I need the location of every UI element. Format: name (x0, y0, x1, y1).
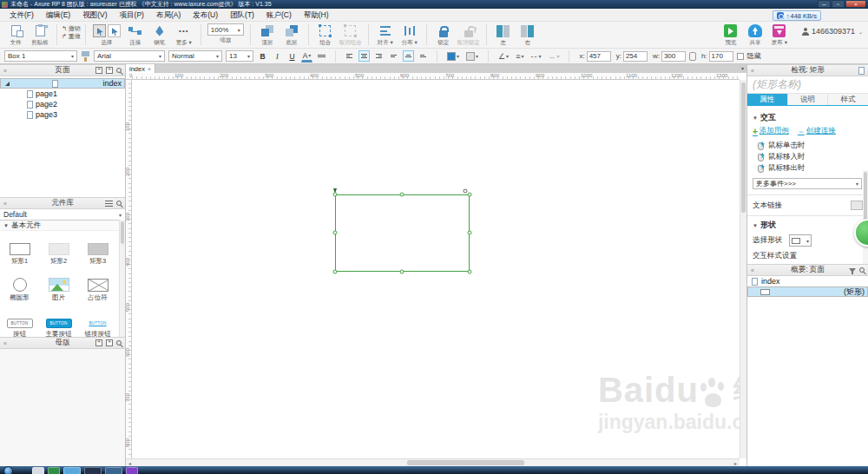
resize-handle-se[interactable] (468, 270, 472, 274)
canvas-vertical-scrollbar[interactable] (740, 80, 746, 458)
widget-style-select[interactable]: Box 1▾ (4, 50, 77, 62)
widget-image[interactable]: 图片 (39, 267, 78, 304)
underline-button[interactable]: U (286, 50, 298, 62)
tab-style[interactable]: 样式 (828, 94, 868, 105)
dock-right-button[interactable]: 右 (516, 23, 540, 47)
widget-rect1[interactable]: 矩形1 (0, 231, 39, 267)
valign-bottom-button[interactable] (418, 50, 429, 62)
menu-item[interactable]: 布局(A) (150, 9, 187, 21)
outline-item-index[interactable]: index (747, 276, 868, 286)
aspect-lock-icon[interactable] (689, 52, 696, 61)
widget-rect2[interactable]: 矩形2 (39, 231, 78, 267)
more-events-select[interactable]: 更多事件>>>▾ (753, 178, 862, 189)
tab-index[interactable]: index × (126, 64, 155, 73)
menu-item[interactable]: 项目(P) (114, 9, 150, 21)
h-input[interactable] (709, 51, 733, 62)
font-weight-select[interactable]: Normal▾ (168, 50, 222, 62)
menu-item[interactable]: 编辑(E) (40, 9, 76, 21)
clipboard-button[interactable]: 剪贴板 (28, 23, 52, 47)
collapse-icon[interactable]: « (3, 340, 7, 346)
menu-item[interactable]: 团队(T) (224, 9, 260, 21)
search-icon[interactable] (116, 201, 122, 206)
align-right-button[interactable] (373, 50, 385, 62)
text-link-button[interactable] (851, 201, 863, 210)
tab-properties[interactable]: 属性 (747, 94, 788, 105)
shape-section-header[interactable]: ▼形状 (753, 220, 863, 231)
italic-button[interactable]: I (272, 50, 283, 62)
collapse-icon[interactable]: « (3, 68, 7, 74)
resize-handle-s[interactable] (400, 270, 404, 274)
tree-expander[interactable] (4, 82, 10, 86)
design-canvas[interactable]: Baidu 经验 jingyan.baidu.com (132, 80, 740, 458)
collapse-icon[interactable]: « (751, 267, 754, 273)
widget-name-input[interactable]: (矩形名称) (747, 76, 868, 94)
hide-checkbox[interactable] (737, 53, 744, 60)
select-mode-buttons[interactable]: 选择 (90, 23, 123, 47)
scrollbar-thumb[interactable] (864, 172, 867, 224)
tab-close-icon[interactable]: × (148, 66, 151, 72)
redo-button[interactable]: ↱ 重做 (62, 32, 81, 40)
resize-handle-n[interactable] (400, 193, 404, 197)
valign-middle-button[interactable] (403, 50, 414, 62)
align-left-button[interactable] (344, 50, 355, 62)
valign-top-button[interactable] (388, 50, 399, 62)
preview-button[interactable]: 预览 (719, 23, 743, 47)
sidebar-page-page2[interactable]: page2 (0, 99, 125, 109)
start-orb-icon[interactable] (3, 466, 13, 474)
lock-button[interactable]: 锁定 (431, 23, 456, 47)
menu-item[interactable]: 账户(C) (260, 9, 298, 21)
add-folder-icon[interactable] (95, 339, 102, 346)
taskbar-app-icon[interactable] (32, 467, 44, 474)
more-button[interactable]: ••• 更多 ▾ (172, 23, 196, 47)
menu-item[interactable]: 文件(F) (3, 9, 40, 21)
widget-primary-button[interactable]: BUTTON主要按钮 (39, 304, 78, 340)
publish-button[interactable]: 发布 ▾ (767, 23, 792, 47)
resize-handle-nw[interactable] (333, 193, 338, 197)
taskbar-app-icon[interactable] (126, 467, 138, 474)
sidebar-page-index[interactable]: index (0, 78, 125, 89)
search-icon[interactable] (859, 267, 865, 273)
selected-rectangle-widget[interactable] (335, 194, 470, 272)
add-case-link[interactable]: +添加用例 (753, 126, 789, 136)
widget-rect3[interactable]: 矩形3 (78, 231, 117, 267)
connect-button[interactable]: 连接 (123, 23, 148, 47)
filter-icon[interactable] (849, 268, 856, 273)
canvas-horizontal-scrollbar[interactable]: ◂ ▸ (126, 458, 740, 466)
group-button[interactable]: 组合 (313, 23, 338, 47)
zoom-control[interactable]: 100%▾ 缩放 (206, 23, 246, 44)
undo-button[interactable]: ↰ 撤销 (62, 24, 81, 32)
resize-handle-e[interactable] (468, 231, 472, 235)
account-menu[interactable]: 1466309371 ⌄ (802, 27, 863, 36)
inspector-scrollbar[interactable] (863, 170, 868, 264)
search-icon[interactable] (116, 340, 122, 346)
font-family-select[interactable]: Arial▾ (94, 50, 165, 62)
resize-handle-w[interactable] (333, 231, 338, 235)
pen-button[interactable]: 钢笔 (148, 23, 172, 47)
minimize-button[interactable]: ─ (818, 0, 831, 8)
list-view-icon[interactable] (105, 201, 113, 207)
taskbar-app-icon[interactable] (48, 467, 60, 474)
widgets-scrollbar[interactable] (119, 220, 125, 337)
text-props-icon[interactable] (316, 50, 327, 62)
widget-button[interactable]: BUTTON按钮 (0, 304, 39, 340)
sidebar-page-page1[interactable]: page1 (0, 89, 125, 99)
sidebar-page-page3[interactable]: page3 (0, 109, 125, 120)
scroll-right-icon[interactable]: ▸ (732, 460, 740, 466)
line-color-button[interactable]: ∠▾ (496, 50, 510, 63)
x-input[interactable] (587, 51, 611, 62)
create-connection-link[interactable]: ⇔创建连接 (798, 126, 836, 136)
fill-color-button[interactable]: ▾ (445, 50, 461, 63)
event-鼠标移入时[interactable]: 鼠标移入时 (753, 151, 863, 162)
collapse-icon[interactable]: « (3, 201, 7, 207)
send-to-back-button[interactable]: 底层 (279, 23, 304, 47)
add-page-icon[interactable] (106, 67, 113, 74)
scrollbar-thumb[interactable] (741, 82, 746, 213)
search-icon[interactable] (116, 68, 122, 73)
align-center-button[interactable] (358, 50, 370, 62)
event-鼠标移出时[interactable]: 鼠标移出时 (753, 162, 863, 174)
menu-item[interactable]: 视图(V) (76, 9, 113, 21)
file-button[interactable]: 文件 (3, 23, 28, 47)
outline-item-(矩形)[interactable]: (矩形) (747, 286, 868, 297)
distribute-button[interactable]: 分布 ▾ (398, 23, 422, 47)
select-intersect-icon[interactable] (93, 24, 106, 37)
